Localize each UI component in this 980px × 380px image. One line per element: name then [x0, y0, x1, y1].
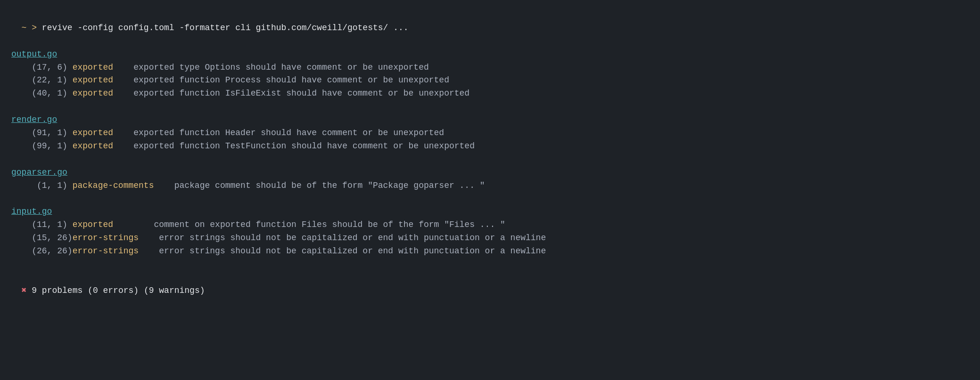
location: (91, 1): [11, 128, 73, 137]
prompt-symbol: ~ >: [22, 23, 42, 32]
file-3-line-0: (11, 1) exported comment on exported fun…: [11, 218, 969, 232]
message: comment on exported function Files shoul…: [113, 220, 505, 229]
rule: exported: [73, 128, 113, 137]
file-2-line-0: (1, 1) package-comments package comment …: [11, 179, 969, 193]
location: (99, 1): [11, 141, 73, 151]
location: (22, 1): [11, 75, 73, 85]
summary-text: 9 problems (0 errors) (9 warnings): [26, 286, 205, 295]
filename-0: output.go: [11, 49, 57, 59]
location: (17, 6): [11, 63, 73, 72]
message: error strings should not be capitalized …: [139, 233, 546, 243]
filename-line-3: input.go: [11, 205, 969, 218]
rule: exported: [73, 63, 113, 72]
summary-line: ✖ 9 problems (0 errors) (9 warnings): [11, 271, 969, 298]
file-blocks: output.go (17, 6) exported exported type…: [11, 35, 969, 258]
spacer: [11, 153, 969, 166]
cross-icon: ✖: [22, 286, 27, 295]
rule: error-strings: [73, 233, 139, 243]
file-0-line-2: (40, 1) exported exported function IsFil…: [11, 87, 969, 100]
file-1-line-0: (91, 1) exported exported function Heade…: [11, 127, 969, 140]
filename-2: goparser.go: [11, 168, 67, 177]
filename-line-1: render.go: [11, 113, 969, 127]
command-text: revive -config config.toml -formatter cl…: [42, 23, 409, 32]
rule: exported: [73, 220, 113, 229]
location: (26, 26): [11, 246, 73, 256]
command-line: ~ > revive -config config.toml -formatte…: [11, 8, 969, 35]
rule: exported: [73, 89, 113, 98]
spacer: [11, 192, 969, 205]
message: exported function TestFunction should ha…: [113, 141, 475, 151]
file-3-line-1: (15, 26)error-strings error strings shou…: [11, 232, 969, 245]
rule: error-strings: [73, 246, 139, 256]
filename-line-2: goparser.go: [11, 166, 969, 179]
message: exported type Options should have commen…: [113, 63, 429, 72]
message: package comment should be of the form "P…: [154, 181, 485, 190]
file-0-line-0: (17, 6) exported exported type Options s…: [11, 61, 969, 74]
location: (40, 1): [11, 89, 73, 98]
filename-1: render.go: [11, 115, 57, 124]
file-3-line-2: (26, 26)error-strings error strings shou…: [11, 245, 969, 258]
file-0-line-1: (22, 1) exported exported function Proce…: [11, 74, 969, 87]
file-1-line-1: (99, 1) exported exported function TestF…: [11, 140, 969, 153]
spacer: [11, 35, 969, 48]
location: (11, 1): [11, 220, 73, 229]
rule: package-comments: [73, 181, 154, 190]
location: (1, 1): [11, 181, 73, 190]
filename-3: input.go: [11, 207, 52, 216]
message: exported function Process should have co…: [113, 75, 449, 85]
spacer: [11, 258, 969, 271]
filename-line-0: output.go: [11, 48, 969, 61]
message: exported function Header should have com…: [113, 128, 444, 137]
location: (15, 26): [11, 233, 73, 243]
rule: exported: [73, 141, 113, 151]
message: error strings should not be capitalized …: [139, 246, 546, 256]
rule: exported: [73, 75, 113, 85]
spacer: [11, 100, 969, 113]
message: exported function IsFileExist should hav…: [113, 89, 469, 98]
